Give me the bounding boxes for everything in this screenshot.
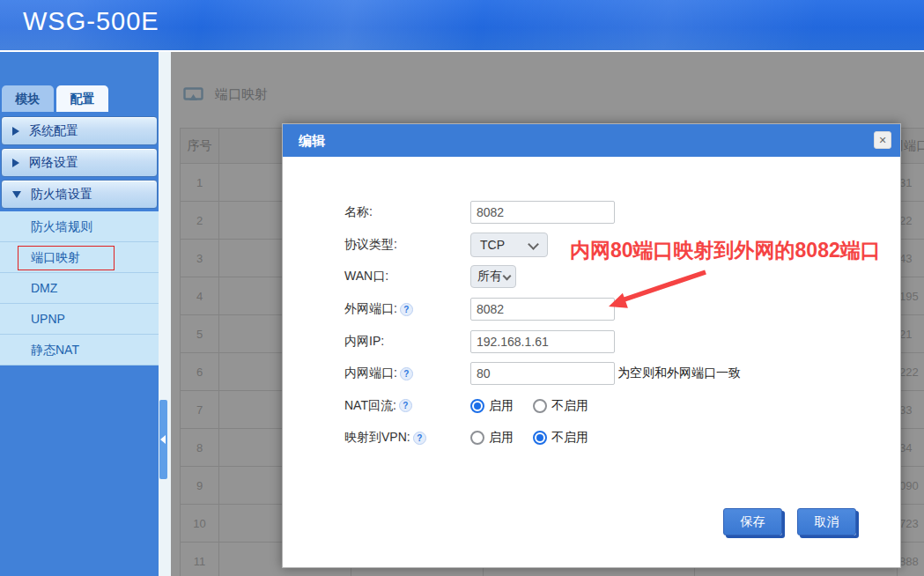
name-field[interactable]: [470, 201, 615, 224]
edit-form: 名称: 协议类型: TCP WAN口: 所有 外网端口:: [344, 196, 741, 454]
firewall-submenu: 防火墙规则 端口映射 DMZ UPNP 静态NAT: [0, 211, 159, 366]
sidebar-item-label: 防火墙设置: [31, 187, 92, 203]
form-row-lan-port: 内网端口: ? 为空则和外网端口一致: [344, 358, 741, 390]
sidebar-edge-strip: [159, 52, 171, 576]
map-vpn-disable-option[interactable]: 不启用: [533, 430, 588, 446]
radio-unselected-icon: [470, 431, 484, 445]
help-icon[interactable]: ?: [400, 367, 413, 380]
map-vpn-radio-group: 启用 不启用: [470, 430, 588, 446]
tab-config[interactable]: 配置: [56, 85, 108, 112]
selection-highlight-box: [18, 246, 115, 270]
nat-loopback-radio-group: 启用 不启用: [470, 398, 588, 414]
sidebar-item-label: 防火墙规则: [31, 219, 92, 233]
protocol-label: 协议类型:: [344, 237, 470, 253]
protocol-select-value: TCP: [480, 238, 505, 252]
sidebar-menu: 系统配置 网络设置 防火墙设置 防火墙规则 端口映射 DMZ UPNP: [0, 116, 159, 366]
nat-loopback-enable-option[interactable]: 启用: [470, 398, 514, 414]
radio-option-label: 启用: [489, 430, 514, 446]
sidebar-item-label: 网络设置: [29, 155, 78, 171]
edit-dialog: 编辑 ✕ 名称: 协议类型: TCP WAN口: 所有: [282, 123, 901, 568]
form-row-nat-loopback: NAT回流: ? 启用 不启用: [344, 390, 741, 423]
form-row-name: 名称:: [344, 196, 741, 229]
sidebar-item-upnp[interactable]: UPNP: [0, 304, 159, 335]
help-icon[interactable]: ?: [400, 303, 413, 316]
radio-selected-icon: [533, 431, 547, 445]
sidebar-item-label: UPNP: [31, 312, 65, 326]
lan-port-label: 内网端口: ?: [344, 366, 470, 381]
sidebar-item-label: DMZ: [31, 281, 57, 295]
sidebar-item-firewall-rules[interactable]: 防火墙规则: [0, 211, 159, 242]
form-row-lan-ip: 内网IP:: [344, 325, 741, 358]
map-vpn-label: 映射到VPN: ?: [344, 430, 470, 446]
chevron-down-icon: [528, 239, 539, 250]
annotation-text: 内网80端口映射到外网的8082端口: [570, 237, 881, 264]
sidebar-item-static-nat[interactable]: 静态NAT: [0, 335, 159, 366]
sidebar-tabs: 模块 配置: [0, 85, 159, 112]
radio-option-label: 不启用: [551, 398, 588, 414]
sidebar-item-label: 静态NAT: [31, 343, 79, 357]
lan-ip-field[interactable]: [470, 330, 615, 353]
chevron-down-icon: [12, 191, 21, 198]
form-row-map-vpn: 映射到VPN: ? 启用 不启用: [344, 422, 741, 454]
sidebar-item-dmz[interactable]: DMZ: [0, 273, 159, 304]
collapse-arrow-icon: [160, 435, 166, 444]
top-banner: WSG-500E: [0, 0, 924, 52]
wan-select[interactable]: 所有: [470, 265, 516, 288]
name-label: 名称:: [344, 204, 470, 220]
radio-option-label: 启用: [489, 398, 514, 414]
help-icon[interactable]: ?: [399, 399, 412, 412]
dialog-header: 编辑 ✕: [283, 124, 900, 157]
chevron-down-icon: [503, 272, 512, 281]
product-logo: WSG-500E: [0, 0, 924, 36]
map-vpn-enable-option[interactable]: 启用: [470, 430, 514, 446]
wan-select-value: 所有: [477, 269, 502, 284]
sidebar-item-system-config[interactable]: 系统配置: [1, 116, 158, 145]
nat-loopback-disable-option[interactable]: 不启用: [533, 398, 588, 414]
sidebar-item-network-settings[interactable]: 网络设置: [1, 148, 158, 177]
lan-ip-label: 内网IP:: [344, 334, 470, 350]
external-port-label: 外网端口: ?: [344, 301, 470, 317]
chevron-right-icon: [12, 127, 19, 136]
chevron-right-icon: [12, 159, 19, 167]
help-icon[interactable]: ?: [413, 432, 426, 445]
sidebar-item-firewall-settings[interactable]: 防火墙设置: [1, 180, 158, 209]
radio-unselected-icon: [533, 399, 547, 413]
protocol-select[interactable]: TCP: [470, 233, 548, 257]
wan-label: WAN口:: [344, 269, 470, 284]
annotation-arrow-icon: [604, 267, 710, 313]
lan-port-field[interactable]: [470, 362, 615, 385]
nat-loopback-label: NAT回流: ?: [344, 398, 470, 414]
dialog-buttons: 保存 取消: [723, 508, 856, 535]
close-icon[interactable]: ✕: [874, 131, 891, 149]
lan-port-note: 为空则和外网端口一致: [617, 366, 741, 381]
sidebar-item-port-mapping[interactable]: 端口映射: [0, 242, 159, 273]
cancel-button[interactable]: 取消: [797, 508, 856, 535]
sidebar-item-label: 系统配置: [29, 123, 78, 139]
radio-selected-icon: [470, 399, 484, 413]
external-port-field[interactable]: [470, 298, 615, 321]
radio-option-label: 不启用: [551, 430, 588, 446]
dialog-title: 编辑: [283, 124, 900, 157]
save-button[interactable]: 保存: [723, 508, 782, 535]
tab-module[interactable]: 模块: [2, 85, 54, 112]
sidebar-collapse-handle[interactable]: [159, 400, 167, 479]
sidebar: 模块 配置 系统配置 网络设置 防火墙设置 防火墙规则 端口映射 DMZ: [0, 52, 159, 576]
